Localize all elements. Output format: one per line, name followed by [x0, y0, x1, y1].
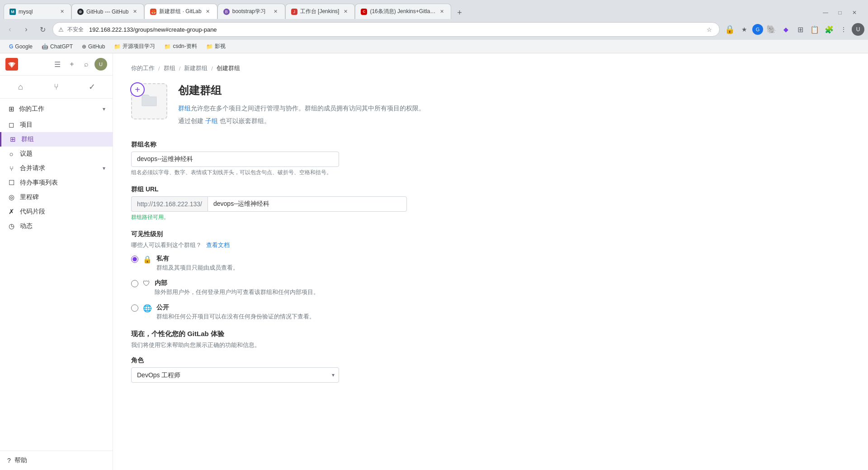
tab-close-bootstrap[interactable]: ✕ [272, 8, 279, 15]
role-select[interactable]: DevOps 工程师 [131, 367, 339, 383]
tab-github[interactable]: ⊕ GitHub --- GitHub ✕ [71, 4, 144, 19]
forward-button[interactable]: › [20, 23, 33, 36]
sidebar-action-home[interactable]: ⌂ [4, 79, 38, 95]
breadcrumb-new-group[interactable]: 新建群组 [184, 64, 208, 72]
breadcrumb-groups[interactable]: 群组 [164, 64, 175, 72]
extension-icon-8[interactable]: 🧩 [823, 23, 835, 36]
url-display: 192.168.222.133/groups/new#create-group-… [89, 26, 701, 33]
sidebar-new-icon[interactable]: + [66, 58, 78, 71]
radio-public-content: 公开 群组和任何公开项目可以在没有任何身份验证的情况下查看。 [156, 304, 315, 321]
tab-title-jenkins: 工作台 [Jenkins] [300, 8, 340, 15]
bookmark-favicon-github: ⊕ [82, 43, 86, 50]
sidebar-item-milestones[interactable]: ◎ 里程碑 [0, 190, 113, 204]
help-link[interactable]: ? 帮助 [7, 456, 105, 465]
tab-mysql[interactable]: M mysql ✕ [4, 4, 71, 19]
tab-gitlab-new-group[interactable]: 🦊 新建群组 · GitLab ✕ [144, 4, 217, 19]
tab-favicon-github: ⊕ [77, 9, 84, 15]
url-slug-input[interactable] [208, 196, 407, 212]
extension-icon-1[interactable]: 🔒 [723, 23, 736, 36]
sidebar-label-issues: 议题 [20, 150, 33, 158]
app-container: ☰ + ⌕ U ⌂ ⑂ ✓ ⊞ 你的工作 ▾ ◻ 项目 [0, 53, 868, 470]
bookmark-label-chatgpt: ChatGPT [50, 43, 73, 50]
sidebar-action-check[interactable]: ✓ [75, 79, 109, 95]
groups-icon: ⊞ [9, 135, 17, 143]
issues-icon: ○ [7, 150, 15, 158]
sidebar-item-merge-requests[interactable]: ⑂ 合并请求 ▾ [0, 161, 113, 176]
address-bar[interactable]: ⚠ 不安全 192.168.222.133/groups/new#create-… [52, 22, 720, 37]
extension-icon-5[interactable]: ◆ [779, 23, 792, 36]
bookmark-video[interactable]: 📁 影视 [203, 42, 229, 51]
close-window-button[interactable]: ✕ [848, 6, 861, 19]
radio-internal-label: 内部 [155, 279, 319, 287]
radio-public[interactable] [131, 304, 138, 312]
gitlab-logo[interactable] [5, 58, 18, 71]
radio-internal-desc: 除外部用户外，任何登录用户均可查看该群组和任何内部项目。 [155, 288, 319, 296]
extension-icon-4[interactable]: 🐘 [765, 23, 778, 36]
tab-close-jenkins[interactable]: ✕ [342, 8, 349, 15]
url-prefix: http://192.168.222.133/ [131, 196, 208, 212]
bookmark-star-icon[interactable]: ☆ [705, 25, 714, 34]
bookmarks-bar: G Google 🤖 ChatGPT ⊕ GitHub 📁 开源项目学习 📁 c… [0, 40, 868, 53]
bookmark-favicon-csdn: 📁 [164, 43, 171, 50]
sidebar-label-groups: 群组 [21, 135, 34, 143]
group-icon-placeholder[interactable]: + [131, 83, 167, 119]
tab-csdn[interactable]: C (16条消息) Jenkins+Gitla… ✕ [355, 4, 451, 19]
sidebar-item-issues[interactable]: ○ 议题 [0, 147, 113, 161]
sidebar-section-your-work: ⊞ 你的工作 ▾ [0, 102, 113, 116]
group-name-hint: 组名必须以字母、数字、表情或下划线开头，可以包含句点、破折号、空格和括号。 [131, 169, 484, 176]
subgroup-link[interactable]: 子组 [205, 117, 218, 124]
new-tab-button[interactable]: + [453, 6, 466, 19]
reload-button[interactable]: ↻ [36, 23, 49, 36]
tab-close-mysql[interactable]: ✕ [58, 8, 66, 15]
tab-favicon-jenkins: J [291, 9, 297, 15]
browser-chrome: M mysql ✕ ⊕ GitHub --- GitHub ✕ 🦊 新建群组 ·… [0, 0, 868, 53]
sidebar: ☰ + ⌕ U ⌂ ⑂ ✓ ⊞ 你的工作 ▾ ◻ 项目 [0, 53, 113, 470]
extension-icon-7[interactable]: 📋 [808, 23, 821, 36]
user-avatar-button[interactable]: U [852, 23, 864, 36]
toolbar-icons: 🔒 ★ G 🐘 ◆ ⊞ 📋 🧩 ⋮ U [723, 23, 864, 36]
bookmark-opensource[interactable]: 📁 开源项目学习 [110, 42, 159, 51]
more-options-button[interactable]: ⋮ [837, 23, 850, 36]
security-icon: ⚠ [58, 26, 64, 33]
sidebar-item-snippets[interactable]: ✗ 代码片段 [0, 204, 113, 219]
tab-close-csdn[interactable]: ✕ [438, 8, 445, 15]
sidebar-item-your-work[interactable]: ⊞ 你的工作 ▾ [0, 102, 113, 116]
visibility-section: 可见性级别 哪些人可以看到这个群组？ 查看文档 🔒 私有 群组及其项目只能由成员… [131, 230, 484, 321]
bookmark-google[interactable]: G Google [5, 43, 36, 51]
extension-icon-6[interactable]: ⊞ [794, 23, 807, 36]
sidebar-item-groups[interactable]: ⊞ 群组 [0, 132, 113, 147]
tab-favicon-gitlab: 🦊 [150, 9, 156, 15]
breadcrumb-your-work[interactable]: 你的工作 [131, 64, 155, 72]
sidebar-item-projects[interactable]: ◻ 项目 [0, 118, 113, 132]
sidebar-search-icon[interactable]: ⌕ [80, 58, 93, 71]
bookmark-chatgpt[interactable]: 🤖 ChatGPT [38, 43, 76, 51]
page-description-2: 通过创建 子组 也可以嵌套群组。 [178, 116, 425, 126]
sidebar-item-todo[interactable]: ☐ 待办事项列表 [0, 176, 113, 190]
minimize-button[interactable]: — [819, 6, 832, 19]
extension-icon-3[interactable]: G [752, 24, 763, 35]
merge-chevron-icon: ▾ [103, 165, 105, 171]
groups-link[interactable]: 群组 [178, 104, 191, 112]
sidebar-toggle-icon[interactable]: ☰ [51, 58, 64, 71]
view-docs-link[interactable]: 查看文档 [206, 242, 230, 248]
sidebar-item-activity[interactable]: ◷ 动态 [0, 219, 113, 233]
group-name-input[interactable] [131, 152, 339, 167]
bookmark-github[interactable]: ⊕ GitHub [78, 43, 108, 51]
user-avatar[interactable]: U [94, 58, 107, 71]
tab-close-gitlab[interactable]: ✕ [204, 8, 212, 15]
tab-title-bootstrap: bootstrap学习 [232, 8, 269, 15]
tab-bootstrap[interactable]: B bootstrap学习 ✕ [217, 4, 285, 19]
radio-public-label: 公开 [156, 304, 315, 312]
radio-private[interactable] [131, 256, 138, 263]
sidebar-action-merge[interactable]: ⑂ [39, 79, 73, 95]
extension-icon-2[interactable]: ★ [738, 23, 750, 36]
sidebar-nav: ⊞ 你的工作 ▾ ◻ 项目 ⊞ 群组 ○ 议题 ⑂ 合并请求 ▾ [0, 99, 113, 451]
tab-bar: M mysql ✕ ⊕ GitHub --- GitHub ✕ 🦊 新建群组 ·… [0, 0, 868, 19]
bookmark-csdn[interactable]: 📁 csdn-资料 [160, 42, 200, 51]
radio-internal[interactable] [131, 280, 138, 287]
back-button[interactable]: ‹ [4, 23, 16, 36]
visibility-label: 可见性级别 [131, 230, 484, 238]
tab-jenkins[interactable]: J 工作台 [Jenkins] ✕ [285, 4, 355, 19]
maximize-button[interactable]: □ [834, 6, 846, 19]
tab-close-github[interactable]: ✕ [131, 8, 138, 15]
